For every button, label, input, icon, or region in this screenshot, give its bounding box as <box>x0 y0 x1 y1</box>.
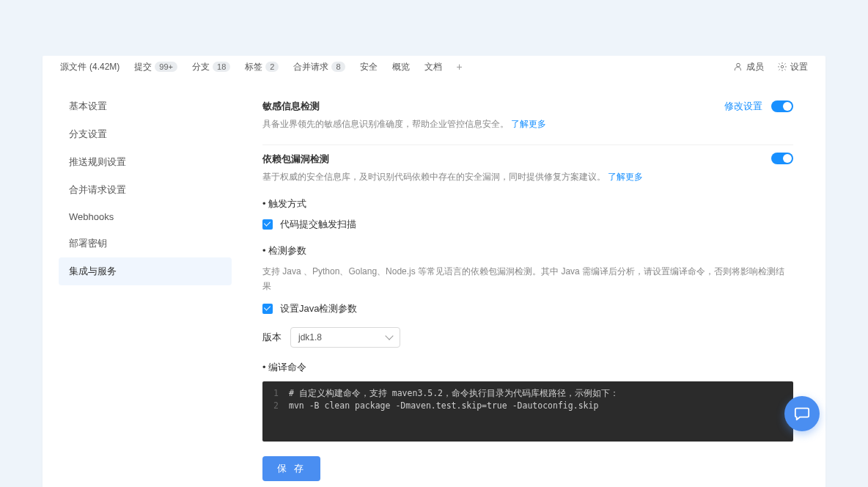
dependency-desc-text: 基于权威的安全信息库，及时识别代码依赖中存在的安全漏洞，同时提供修复方案建议。 <box>262 172 608 182</box>
chevron-down-icon <box>385 332 393 340</box>
nav-members[interactable]: 成员 <box>733 61 764 73</box>
sensitive-learn-more[interactable]: 了解更多 <box>511 119 546 129</box>
version-select[interactable]: jdk1.8 <box>290 327 400 348</box>
line-num-2: 2 <box>271 400 289 412</box>
java-params-label: 设置Java检测参数 <box>280 302 357 315</box>
trigger-heading: • 触发方式 <box>262 197 793 210</box>
compile-heading: • 编译命令 <box>262 361 793 374</box>
sidebar-item-deploy-keys[interactable]: 部署密钥 <box>59 230 232 257</box>
svg-point-0 <box>737 63 740 67</box>
nav-commits[interactable]: 提交 99+ <box>134 61 177 73</box>
compile-code-editor[interactable]: 1 # 自定义构建命令，支持 maven3.5.2，命令执行目录为代码库根路径，… <box>262 381 793 442</box>
line-text-2: mvn -B clean package -Dmaven.test.skip=t… <box>289 400 598 412</box>
dependency-learn-more[interactable]: 了解更多 <box>608 172 643 182</box>
sidebar-item-integrations[interactable]: 集成与服务 <box>59 257 232 285</box>
sensitive-title: 敏感信息检测 <box>262 100 546 113</box>
code-line-2: 2 mvn -B clean package -Dmaven.test.skip… <box>271 400 784 412</box>
nav-tags-label: 标签 <box>245 61 262 73</box>
nav-source-files[interactable]: 源文件(4.42M) <box>60 61 119 73</box>
params-desc: 支持 Java 、Python、Golang、Node.js 等常见语言的依赖包… <box>262 265 793 293</box>
nav-docs[interactable]: 文档 <box>424 61 442 73</box>
nav-branches[interactable]: 分支 18 <box>192 61 230 73</box>
dependency-desc: 基于权威的安全信息库，及时识别代码依赖中存在的安全漏洞，同时提供修复方案建议。 … <box>262 170 643 184</box>
nav-merge-requests[interactable]: 合并请求 8 <box>293 61 345 73</box>
trigger-checkbox[interactable] <box>262 219 273 230</box>
nav-source-label: 源文件 <box>60 61 87 73</box>
nav-settings[interactable]: 设置 <box>777 61 808 73</box>
nav-source-size: (4.42M) <box>89 62 119 72</box>
nav-overview[interactable]: 概览 <box>392 61 410 73</box>
top-nav: 源文件(4.42M) 提交 99+ 分支 18 标签 2 合并请求 8 <box>43 56 825 78</box>
nav-tags[interactable]: 标签 2 <box>245 61 279 73</box>
chat-icon <box>794 406 810 422</box>
nav-commits-badge: 99+ <box>155 62 177 72</box>
sensitive-desc-text: 具备业界领先的敏感信息识别准确度，帮助企业管控信息安全。 <box>262 119 511 129</box>
chat-fab[interactable] <box>784 396 820 431</box>
sidebar-item-merge[interactable]: 合并请求设置 <box>59 176 232 204</box>
sensitive-toggle[interactable] <box>771 100 793 112</box>
nav-branches-badge: 18 <box>213 62 230 72</box>
trigger-checkbox-label: 代码提交触发扫描 <box>280 218 356 231</box>
nav-settings-label: 设置 <box>790 61 808 73</box>
java-params-checkbox[interactable] <box>262 304 273 314</box>
line-text-1: # 自定义构建命令，支持 maven3.5.2，命令执行目录为代码库根路径，示例… <box>289 387 619 400</box>
sidebar-item-webhooks[interactable]: Webhooks <box>59 204 232 230</box>
section-sensitive: 敏感信息检测 具备业界领先的敏感信息识别准确度，帮助企业管控信息安全。 了解更多… <box>262 92 793 145</box>
code-line-1: 1 # 自定义构建命令，支持 maven3.5.2，命令执行目录为代码库根路径，… <box>271 387 784 400</box>
nav-branches-label: 分支 <box>192 61 210 73</box>
version-selected-value: jdk1.8 <box>298 332 322 343</box>
user-icon <box>733 62 743 72</box>
nav-mr-badge: 8 <box>331 62 345 72</box>
section-dependency: 依赖包漏洞检测 基于权威的安全信息库，及时识别代码依赖中存在的安全漏洞，同时提供… <box>262 145 793 487</box>
save-button[interactable]: 保 存 <box>262 456 320 481</box>
nav-security[interactable]: 安全 <box>360 61 378 73</box>
line-num-1: 1 <box>271 387 289 400</box>
svg-point-1 <box>781 65 784 68</box>
sidebar: 基本设置 分支设置 推送规则设置 合并请求设置 Webhooks 部署密钥 集成… <box>43 78 248 487</box>
nav-commits-label: 提交 <box>134 61 152 73</box>
modify-settings-link[interactable]: 修改设置 <box>724 100 762 113</box>
sidebar-item-basic[interactable]: 基本设置 <box>59 92 232 120</box>
nav-tags-badge: 2 <box>265 62 279 72</box>
nav-mr-label: 合并请求 <box>293 61 328 73</box>
params-heading: • 检测参数 <box>262 244 793 257</box>
main-content: 敏感信息检测 具备业界领先的敏感信息识别准确度，帮助企业管控信息安全。 了解更多… <box>248 78 825 487</box>
sidebar-item-branch[interactable]: 分支设置 <box>59 120 232 148</box>
nav-members-label: 成员 <box>746 61 764 73</box>
dependency-toggle[interactable] <box>771 153 793 164</box>
sensitive-desc: 具备业界领先的敏感信息识别准确度，帮助企业管控信息安全。 了解更多 <box>262 117 546 131</box>
version-label: 版本 <box>262 331 282 344</box>
nav-add-icon[interactable]: + <box>457 61 463 73</box>
gear-icon <box>777 62 787 72</box>
sidebar-item-push-rules[interactable]: 推送规则设置 <box>59 148 232 176</box>
dependency-title: 依赖包漏洞检测 <box>262 153 643 166</box>
